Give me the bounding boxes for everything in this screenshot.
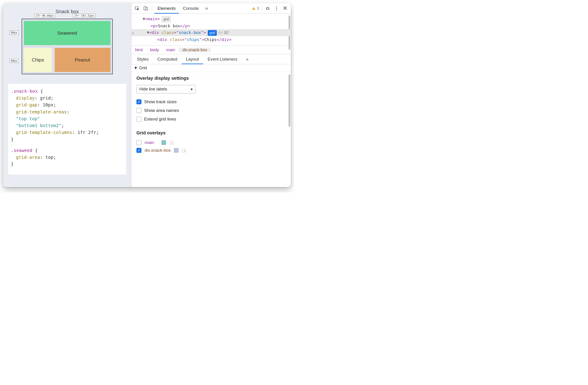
page-viewport: Snack box 1fr·96.66px 2fr·193.32px 80px …	[3, 3, 131, 187]
css-prop: grid-gap	[16, 102, 37, 107]
grid-demo: 1fr·96.66px 2fr·193.32px 80px 80px Seawe…	[22, 19, 113, 74]
checkbox-show-area-names[interactable]: Show area names	[136, 106, 286, 115]
reveal-element-icon[interactable]	[169, 140, 174, 145]
cell-seaweed: Seaweed	[24, 21, 110, 45]
grid-overlays-title: Grid overlays	[136, 130, 286, 136]
page-title: Snack box	[7, 3, 127, 19]
crumb-current[interactable]: div.snack-box	[179, 48, 211, 52]
subtab-layout[interactable]: Layout	[182, 54, 203, 64]
warnings-badge[interactable]: 1	[252, 6, 259, 11]
crumb-html[interactable]: html	[131, 48, 147, 52]
device-toggle-icon[interactable]	[142, 4, 150, 12]
snack-box-grid: Seaweed Chips Peanut	[22, 19, 113, 74]
svg-point-5	[276, 9, 277, 10]
checkbox-icon[interactable]	[136, 108, 141, 113]
overlay-display-settings-title: Overlay display settings	[136, 76, 286, 81]
devtools-toolbar: Elements Console » 1 ✕	[131, 3, 291, 14]
line-labels-select[interactable]: Hide line labels	[136, 85, 196, 93]
close-icon[interactable]: ✕	[281, 5, 289, 12]
overlay-col1-label: 1fr·96.66px	[34, 14, 55, 18]
checkbox-icon[interactable]	[136, 117, 141, 122]
color-swatch[interactable]	[174, 148, 179, 153]
cell-peanut: Peanut	[55, 48, 110, 72]
devtools-window: Snack box 1fr·96.66px 2fr·193.32px 80px …	[3, 3, 291, 187]
overlay-name[interactable]: div.snack-box	[145, 148, 171, 153]
checkbox-extend-grid-lines[interactable]: Extend grid lines	[136, 115, 286, 124]
subtab-computed[interactable]: Computed	[153, 54, 182, 64]
dom-selected-row[interactable]: ••• ▼<div class="snack-box">grid== $0	[131, 29, 291, 36]
overlay-name[interactable]: main	[145, 140, 158, 145]
overlay-row2-label: 80px	[9, 59, 19, 63]
css-prop: grid-template-columns	[16, 130, 72, 135]
subtab-event-listeners[interactable]: Event Listeners	[204, 54, 242, 64]
breadcrumb: html body main div.snack-box	[131, 45, 291, 54]
overlay-col2-label: 2fr·193.32px	[73, 14, 95, 18]
grid-badge-active[interactable]: grid	[208, 30, 217, 36]
dom-tree[interactable]: ▼<main>grid <p>Snack box</p> ••• ▼<div c…	[131, 14, 291, 45]
cell-chips-label: Chips	[32, 57, 44, 63]
overlay-row1-label: 80px	[9, 31, 19, 35]
layout-panel-body: Overlay display settings Hide line label…	[131, 72, 291, 187]
crumb-body[interactable]: body	[147, 48, 163, 52]
chevron-down-icon: ▼	[134, 66, 138, 70]
kebab-icon[interactable]	[273, 4, 280, 12]
tab-console[interactable]: Console	[180, 3, 202, 13]
checkbox-icon[interactable]	[136, 148, 141, 153]
inspect-icon[interactable]	[133, 4, 141, 12]
reveal-element-icon[interactable]	[182, 148, 186, 153]
crumb-main[interactable]: main	[163, 48, 179, 52]
subtab-more[interactable]: »	[242, 54, 252, 64]
styles-subtabs: Styles Computed Layout Event Listeners »	[131, 54, 291, 64]
css-selector-2: .seaweed	[11, 148, 32, 153]
cell-seaweed-label: Seaweed	[57, 30, 77, 36]
more-tabs-icon[interactable]: »	[203, 5, 210, 11]
subtab-styles[interactable]: Styles	[133, 54, 153, 64]
cell-peanut-label: Peanut	[75, 57, 90, 63]
css-code-pane: .snack-box { display: grid; grid-gap: 10…	[8, 84, 126, 174]
grid-overlay-snack-box: div.snack-box	[136, 147, 286, 154]
warning-count: 1	[257, 6, 259, 11]
checkbox-icon[interactable]	[136, 140, 141, 145]
grid-section-header[interactable]: ▼ Grid	[131, 64, 291, 72]
separator	[152, 5, 152, 12]
gear-icon[interactable]	[264, 4, 272, 12]
grid-badge[interactable]: grid	[162, 16, 170, 22]
css-prop: grid-area	[16, 155, 40, 160]
devtools-panel: Elements Console » 1 ✕ ▼<main>grid <p>Sn…	[131, 3, 291, 187]
color-swatch[interactable]	[162, 140, 166, 145]
checkbox-icon[interactable]	[136, 99, 141, 104]
separator	[261, 5, 262, 12]
grid-overlay-main: main	[136, 139, 286, 147]
css-prop: display	[16, 95, 35, 101]
grid-section-title: Grid	[139, 66, 147, 70]
svg-point-4	[276, 8, 277, 9]
css-selector-1: .snack-box	[11, 89, 38, 94]
checkbox-show-track-sizes[interactable]: Show track sizes	[136, 98, 286, 106]
css-prop: grid-template-areas	[16, 109, 67, 115]
tab-elements[interactable]: Elements	[154, 3, 179, 13]
svg-point-3	[276, 6, 277, 7]
cell-chips: Chips	[24, 48, 52, 72]
svg-rect-2	[146, 7, 147, 10]
